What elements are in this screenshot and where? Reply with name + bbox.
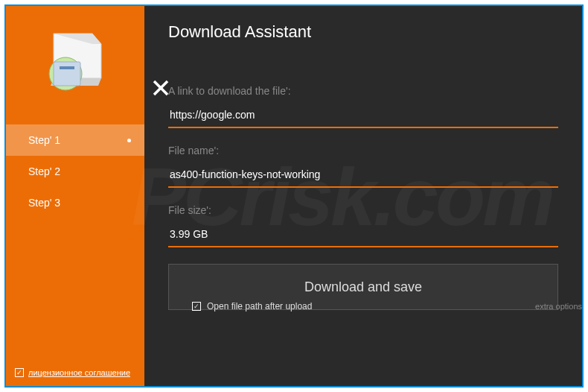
page-title: Download Assistant	[168, 22, 558, 42]
svg-rect-2	[54, 62, 80, 86]
step-label: Step' 3	[28, 197, 60, 209]
open-path-option[interactable]: ✓ Open file path after upload	[192, 301, 312, 312]
step-2[interactable]: Step' 2	[6, 156, 144, 187]
app-window: Step' 1 Step' 2 Step' 3 ✓ лицензионное с…	[4, 4, 584, 388]
steps-list: Step' 1 Step' 2 Step' 3	[6, 124, 144, 218]
bottom-row: ✓ Open file path after upload extra opti…	[192, 301, 582, 312]
field-filename: File name':	[168, 145, 558, 188]
link-input[interactable]	[168, 106, 558, 128]
license-agreement[interactable]: ✓ лицензионное соглашение	[15, 368, 130, 377]
close-icon	[152, 79, 170, 97]
sidebar: Step' 1 Step' 2 Step' 3 ✓ лицензионное с…	[6, 6, 144, 386]
download-button-label: Download and save	[304, 279, 422, 295]
open-path-checkbox[interactable]: ✓	[192, 302, 201, 311]
license-link[interactable]: лицензионное соглашение	[28, 368, 130, 377]
step-3[interactable]: Step' 3	[6, 187, 144, 218]
filesize-input[interactable]	[168, 225, 558, 247]
step-label: Step' 1	[28, 134, 60, 146]
license-checkbox[interactable]: ✓	[15, 368, 24, 377]
main-panel: PCrisk.com Download Assistant A link to …	[144, 6, 582, 386]
watermark: PCrisk.com	[132, 6, 552, 386]
open-path-label: Open file path after upload	[207, 301, 312, 312]
extra-options-link[interactable]: extra options	[535, 302, 582, 311]
field-filesize-label: File size':	[168, 204, 558, 216]
step-label: Step' 2	[28, 165, 60, 177]
field-link-label: A link to download the file':	[168, 85, 558, 97]
field-filesize: File size':	[168, 204, 558, 247]
step-1[interactable]: Step' 1	[6, 124, 144, 156]
field-filename-label: File name':	[168, 145, 558, 157]
svg-rect-3	[60, 66, 74, 69]
field-link: A link to download the file':	[168, 85, 558, 128]
filename-input[interactable]	[168, 165, 558, 188]
installer-icon	[6, 6, 144, 111]
